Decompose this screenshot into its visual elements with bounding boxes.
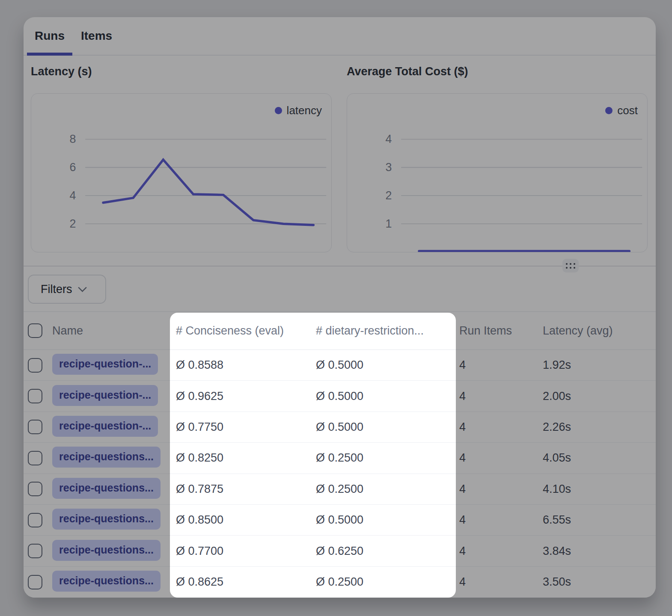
table-row: recipe-questions... Ø 0.8250 Ø 0.2500 4 … [24, 443, 656, 474]
latency-chart-title: Latency (s) [31, 65, 92, 78]
conciseness-avg-value: Ø 0.8625 [176, 575, 223, 588]
run-items-count: 4 [459, 390, 466, 403]
column-header-latency-avg[interactable]: Latency (avg) [537, 324, 656, 338]
table-header: Name # Conciseness (eval) # dietary-rest… [24, 311, 656, 350]
table-row: recipe-question-... Ø 0.8588 Ø 0.5000 4 … [24, 350, 656, 381]
run-name-badge[interactable]: recipe-question-... [52, 385, 158, 406]
tab-runs[interactable]: Runs [27, 17, 72, 55]
table-body: recipe-question-... Ø 0.8588 Ø 0.5000 4 … [24, 350, 656, 598]
column-header-dietary-restriction[interactable]: # dietary-restriction... [310, 324, 456, 338]
latency-avg-value: 6.55s [543, 513, 571, 526]
svg-text:1: 1 [385, 217, 392, 230]
run-name-badge[interactable]: recipe-question-... [52, 416, 158, 437]
row-checkbox[interactable] [28, 544, 42, 558]
cost-chart-title: Average Total Cost ($) [347, 65, 468, 78]
row-checkbox[interactable] [28, 575, 42, 589]
run-items-count: 4 [459, 483, 466, 495]
run-items-count: 4 [459, 358, 466, 371]
runs-table: Name # Conciseness (eval) # dietary-rest… [24, 311, 656, 598]
table-row: recipe-question-... Ø 0.7750 Ø 0.5000 4 … [24, 412, 656, 443]
svg-text:6: 6 [69, 161, 76, 174]
latency-legend-dot [275, 107, 282, 114]
dietary-restriction-avg-value: Ø 0.5000 [316, 390, 363, 403]
latency-avg-value: 1.92s [543, 358, 571, 371]
run-items-count: 4 [459, 513, 466, 526]
run-name-badge[interactable]: recipe-questions... [52, 540, 161, 561]
svg-text:2: 2 [385, 189, 392, 202]
dietary-restriction-avg-value: Ø 0.5000 [316, 421, 363, 433]
tab-runs-label: Runs [35, 29, 65, 43]
table-row: recipe-questions... Ø 0.8500 Ø 0.5000 4 … [24, 505, 656, 536]
chevron-down-icon [77, 283, 86, 292]
latency-avg-value: 2.00s [543, 390, 571, 403]
cost-line-chart: 4321 [347, 94, 647, 252]
cost-legend: cost [605, 104, 638, 117]
tab-items[interactable]: Items [73, 17, 120, 55]
row-checkbox[interactable] [28, 513, 42, 527]
conciseness-avg-value: Ø 0.8588 [176, 358, 223, 371]
run-name-badge[interactable]: recipe-questions... [52, 571, 161, 592]
conciseness-avg-value: Ø 0.7875 [176, 483, 223, 495]
cost-legend-label: cost [617, 104, 638, 117]
table-row: recipe-questions... Ø 0.8625 Ø 0.2500 4 … [24, 567, 656, 598]
table-row: recipe-questions... Ø 0.7875 Ø 0.2500 4 … [24, 474, 656, 505]
run-items-count: 4 [459, 421, 466, 433]
resize-drag-handle[interactable] [562, 259, 579, 272]
cost-chart-card: 4321 cost [347, 93, 648, 252]
column-header-conciseness[interactable]: # Conciseness (eval) [170, 324, 310, 338]
latency-legend-label: latency [287, 104, 322, 117]
svg-text:8: 8 [69, 133, 76, 145]
filters-button[interactable]: Filters [28, 275, 106, 304]
tab-bar: Runs Items [24, 17, 656, 56]
run-name-badge[interactable]: recipe-question-... [52, 354, 158, 375]
row-checkbox[interactable] [28, 420, 42, 434]
run-items-count: 4 [459, 451, 466, 464]
drag-dots-icon [566, 263, 568, 265]
dietary-restriction-avg-value: Ø 0.6250 [316, 545, 363, 557]
conciseness-avg-value: Ø 0.7700 [176, 545, 223, 557]
latency-legend: latency [275, 104, 322, 117]
latency-line-chart: 8642 [31, 94, 331, 252]
latency-avg-value: 4.05s [543, 451, 571, 464]
tab-items-label: Items [81, 29, 112, 43]
conciseness-avg-value: Ø 0.9625 [176, 390, 223, 403]
app-screen: Runs Items Latency (s) Average Total Cos… [0, 0, 672, 616]
section-divider [24, 266, 656, 267]
runs-panel: Runs Items Latency (s) Average Total Cos… [24, 17, 656, 598]
active-tab-indicator [27, 53, 72, 56]
dietary-restriction-avg-value: Ø 0.2500 [316, 575, 363, 588]
latency-avg-value: 2.26s [543, 421, 571, 433]
run-name-badge[interactable]: recipe-questions... [52, 478, 161, 499]
cost-legend-dot [605, 107, 613, 114]
conciseness-avg-value: Ø 0.8500 [176, 513, 223, 526]
dietary-restriction-avg-value: Ø 0.5000 [316, 513, 363, 526]
svg-text:2: 2 [69, 217, 76, 230]
row-checkbox[interactable] [28, 451, 42, 465]
row-checkbox[interactable] [28, 358, 42, 373]
filters-button-label: Filters [41, 283, 72, 296]
dietary-restriction-avg-value: Ø 0.5000 [316, 358, 363, 371]
run-items-count: 4 [459, 545, 466, 557]
row-checkbox[interactable] [28, 389, 42, 403]
row-checkbox[interactable] [28, 482, 42, 496]
run-name-badge[interactable]: recipe-questions... [52, 447, 161, 468]
svg-text:4: 4 [69, 189, 76, 202]
latency-chart-card: 8642 latency [31, 93, 332, 252]
table-row: recipe-question-... Ø 0.9625 Ø 0.5000 4 … [24, 381, 656, 412]
conciseness-avg-value: Ø 0.8250 [176, 451, 223, 464]
dietary-restriction-avg-value: Ø 0.2500 [316, 483, 363, 495]
run-name-badge[interactable]: recipe-questions... [52, 509, 161, 530]
column-header-run-items[interactable]: Run Items [456, 324, 537, 338]
svg-text:4: 4 [385, 133, 392, 145]
column-header-name[interactable]: Name [47, 324, 170, 338]
dietary-restriction-avg-value: Ø 0.2500 [316, 451, 363, 464]
select-all-checkbox[interactable] [28, 323, 42, 338]
latency-avg-value: 3.84s [543, 545, 571, 557]
run-items-count: 4 [459, 575, 466, 588]
latency-avg-value: 4.10s [543, 483, 571, 495]
table-row: recipe-questions... Ø 0.7700 Ø 0.6250 4 … [24, 536, 656, 566]
conciseness-avg-value: Ø 0.7750 [176, 421, 223, 433]
svg-text:3: 3 [385, 161, 392, 174]
latency-avg-value: 3.50s [543, 575, 571, 588]
